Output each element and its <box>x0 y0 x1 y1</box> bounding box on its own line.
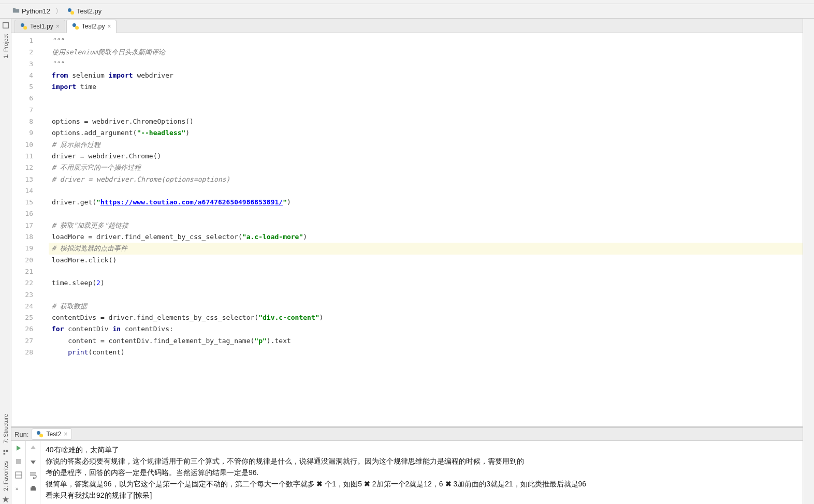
code-line[interactable]: # 模拟浏览器的点击事件 <box>49 243 803 254</box>
run-panel-body: » 40有啥难的，太简单了你说的答案必须要有规律，这个规律适用于前三个算式，不管… <box>11 441 803 504</box>
run-label: Run: <box>14 431 28 438</box>
code-line[interactable]: print(content) <box>49 347 803 358</box>
breadcrumb-file[interactable]: Test2.py <box>65 7 104 15</box>
breadcrumb-project-label: Python12 <box>22 7 50 15</box>
structure-tool-button[interactable]: 7: Structure <box>3 411 9 447</box>
breadcrumb: Python12 〉 Test2.py <box>0 4 814 19</box>
svg-point-1 <box>70 11 74 14</box>
code-line[interactable]: time.sleep(2) <box>49 277 803 289</box>
rerun-icon[interactable] <box>14 444 23 452</box>
svg-point-3 <box>21 23 24 27</box>
star-icon <box>2 496 9 503</box>
code-line[interactable]: 使用selenium爬取今日头条新闻评论 <box>49 47 803 58</box>
svg-rect-2 <box>3 23 8 28</box>
code-line[interactable]: # 不用展示它的一个操作过程 <box>49 162 803 173</box>
center-column: Test1.py × Test2.py × 123456789101112131… <box>11 19 803 504</box>
line-number-gutter: 1234567891011121314151617181920212223242… <box>11 33 38 426</box>
project-pane-icon[interactable] <box>2 22 9 29</box>
soft-wrap-icon[interactable] <box>29 471 37 479</box>
svg-point-4 <box>23 26 27 29</box>
code-line[interactable]: """ <box>49 58 803 70</box>
code-line[interactable]: loadMore.click() <box>49 255 803 266</box>
close-icon[interactable]: × <box>64 431 67 438</box>
python-icon <box>67 8 75 15</box>
output-line: 你说的答案必须要有规律，这个规律适用于前三个算式，不管你的规律是什么，说得通没漏… <box>46 455 797 467</box>
svg-point-7 <box>37 431 40 435</box>
code-line[interactable] <box>49 185 803 197</box>
breadcrumb-project[interactable]: Python12 <box>10 7 52 16</box>
code-line[interactable] <box>49 208 803 219</box>
up-icon[interactable] <box>29 444 37 452</box>
output-line: 考的是程序，回答的内容一定是代码咯。当然运算的结果一定是96. <box>46 467 797 478</box>
layout-icon[interactable] <box>14 471 23 479</box>
folder-icon <box>12 7 20 16</box>
code-line[interactable]: content = contentDiv.find_element_by_tag… <box>49 335 803 347</box>
run-output[interactable]: 40有啥难的，太简单了你说的答案必须要有规律，这个规律适用于前三个算式，不管你的… <box>40 441 803 504</box>
code-line[interactable]: # 获取数据 <box>49 301 803 312</box>
editor-tab-bar: Test1.py × Test2.py × <box>11 19 803 33</box>
code-line[interactable]: contentDivs = driver.find_elements_by_cs… <box>49 312 803 323</box>
more-icon[interactable]: » <box>14 484 23 493</box>
run-tab-label: Test2 <box>46 431 61 438</box>
svg-point-8 <box>40 434 43 437</box>
editor-tab-test2[interactable]: Test2.py × <box>66 20 117 33</box>
right-gutter <box>803 19 814 504</box>
down-icon[interactable] <box>29 457 37 466</box>
svg-point-6 <box>75 26 79 29</box>
tab-label: Test1.py <box>30 23 53 30</box>
tab-label: Test2.py <box>82 23 105 30</box>
code-line[interactable]: driver.get("https://www.toutiao.com/a674… <box>49 197 803 208</box>
code-line[interactable] <box>49 266 803 277</box>
svg-rect-9 <box>16 459 21 464</box>
code-line[interactable]: options = webdriver.ChromeOptions() <box>49 116 803 127</box>
stop-icon[interactable] <box>14 457 23 466</box>
run-toolbar-primary: » <box>11 441 26 504</box>
code-line[interactable]: loadMore = driver.find_element_by_css_se… <box>49 231 803 243</box>
code-line[interactable]: # 获取"加载更多"超链接 <box>49 220 803 231</box>
code-line[interactable]: from selenium import webdriver <box>49 70 803 81</box>
svg-point-0 <box>68 8 71 11</box>
code-line[interactable]: """ <box>49 35 803 47</box>
svg-point-5 <box>72 23 76 27</box>
python-icon <box>72 23 79 30</box>
code-line[interactable]: driver = webdriver.Chrome() <box>49 151 803 162</box>
structure-icon <box>2 449 9 456</box>
code-editor[interactable]: 1234567891011121314151617181920212223242… <box>11 33 803 426</box>
main-toolbar <box>0 0 814 4</box>
run-panel: Run: Test2 × » <box>11 426 803 504</box>
run-panel-header: Run: Test2 × <box>11 428 803 441</box>
main-row: 1: Project 7: Structure 2: Favorites Tes… <box>0 19 814 504</box>
svg-rect-14 <box>32 486 35 487</box>
code-line[interactable]: # driver = webdriver.Chrome(options=opti… <box>49 174 803 185</box>
python-icon <box>20 23 27 30</box>
svg-rect-13 <box>31 487 36 491</box>
code-line[interactable]: # 展示操作过程 <box>49 139 803 151</box>
project-tool-button[interactable]: 1: Project <box>3 31 9 61</box>
python-icon <box>36 431 43 438</box>
code-line[interactable]: for contentDiv in contentDivs: <box>49 323 803 335</box>
run-tab[interactable]: Test2 × <box>32 428 72 440</box>
svg-text:»: » <box>16 486 19 492</box>
run-toolbar-secondary <box>26 441 40 504</box>
close-icon[interactable]: × <box>56 23 60 30</box>
print-icon[interactable] <box>29 484 37 493</box>
code-line[interactable] <box>49 289 803 301</box>
code-line[interactable]: options.add_argument("--headless") <box>49 127 803 139</box>
code-line[interactable]: import time <box>49 81 803 93</box>
editor-tab-test1[interactable]: Test1.py × <box>14 20 65 33</box>
fold-gutter <box>38 33 49 426</box>
output-line: 很简单，答案就是96，以为它这个是第一个是固定不动的，第二个每大一个数字就多 ✖… <box>46 478 797 490</box>
code-content[interactable]: """使用selenium爬取今日头条新闻评论"""from selenium … <box>49 33 803 426</box>
close-icon[interactable]: × <box>107 23 111 30</box>
output-line: 看来只有我找出92的规律了[惊呆] <box>46 490 797 501</box>
breadcrumb-file-label: Test2.py <box>77 7 101 15</box>
app-root: Python12 〉 Test2.py 1: Project 7: Struct… <box>0 0 814 504</box>
chevron-right-icon: 〉 <box>55 7 62 16</box>
favorites-tool-button[interactable]: 2: Favorites <box>3 458 9 494</box>
code-line[interactable] <box>49 93 803 104</box>
output-line: 40有啥难的，太简单了 <box>46 444 797 455</box>
left-gutter: 1: Project 7: Structure 2: Favorites <box>0 19 11 504</box>
code-line[interactable] <box>49 105 803 116</box>
